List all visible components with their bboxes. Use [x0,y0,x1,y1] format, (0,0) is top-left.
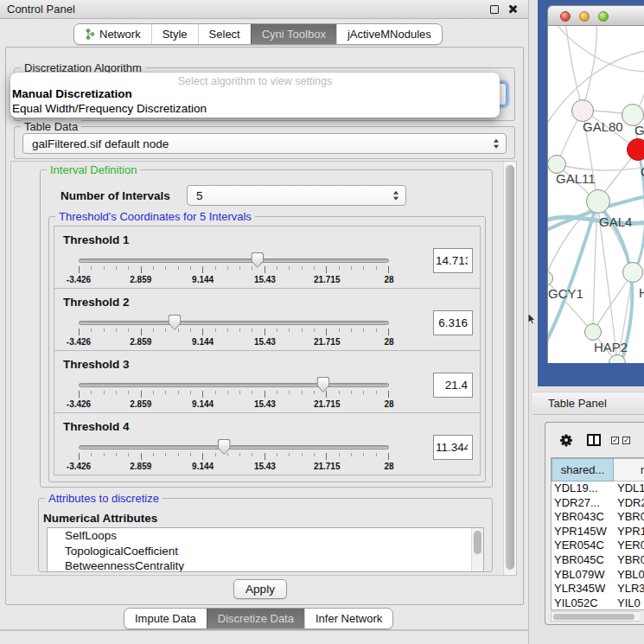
table-row[interactable]: YIL052CYIL0 [552,596,644,610]
checkbox-checked-icon[interactable]: ✓ [622,437,630,444]
tick-label: 9.144 [192,275,214,284]
threshold-slider[interactable]: -3.426 2.859 9.144 15.43 21.715 28 [79,258,388,288]
tab[interactable]: jActiveMNodules [336,24,442,44]
slider-thumb[interactable] [251,252,264,268]
network-node-label: GAL4 [599,214,632,229]
tick-label: -3.426 [67,462,91,471]
threshold-label: Threshold 2 [63,296,130,309]
tick-label: 9.144 [192,399,214,409]
tab-label: Network [99,28,141,41]
close-icon[interactable] [507,4,517,14]
gear-icon[interactable] [559,433,573,447]
threshold-slider[interactable]: -3.426 2.859 9.144 15.43 21.715 28 [79,321,388,350]
cell-name: YBR0 [614,510,644,523]
tick-label: 15.43 [254,399,276,409]
vertical-scrollbar[interactable] [503,162,516,575]
network-node[interactable] [622,262,643,283]
panel-title: Control Panel [7,3,75,16]
network-node[interactable] [627,138,644,161]
tab[interactable]: Style [151,24,198,44]
apply-button[interactable]: Apply [233,579,287,599]
tick-label: 15.43 [254,462,276,471]
threshold-row: Threshold 2 -3.426 2.859 9.144 15.43 21.… [54,288,481,351]
table-row[interactable]: YLR345WYLR3 [552,582,644,596]
tick-label: 28 [384,399,393,409]
app-root: Control Panel Network Style Selec [0,0,644,644]
network-canvas[interactable]: GAL80GACGAL11GAL4HGCY1HAP2 [547,26,644,363]
tab[interactable]: Infer Network [304,609,392,628]
threshold-label: Threshold 1 [63,233,130,246]
numerical-attributes-list[interactable]: SelfLoopsTopologicalCoefficientBetweenne… [47,527,484,572]
slider-ticks [79,328,389,335]
tick-label: 28 [384,462,393,471]
table-row[interactable]: YBR043CYBR0 [552,510,644,525]
column-header-shared-name[interactable]: shared... [552,458,614,481]
table-row[interactable]: YBL079WYBL0 [552,568,644,583]
scrollbar-thumb[interactable] [553,614,634,620]
table-row[interactable]: YDL19...YDL1 [552,481,644,496]
tick-label: 28 [384,337,393,347]
attribute-item[interactable]: TopologicalCoefficient [48,544,483,559]
list-scrollbar-thumb[interactable] [474,531,481,554]
table-panel-titlebar: Table Panel [532,392,644,415]
tab[interactable]: Impute Data [124,609,207,628]
slider-ticks [79,266,389,273]
checkbox-checked-icon[interactable]: ✓ [611,437,619,444]
threshold-slider[interactable]: -3.426 2.859 9.144 15.43 21.715 28 [79,445,388,475]
threshold-value-field[interactable] [433,248,473,273]
tab[interactable]: Discretize Data [207,609,304,628]
list-scrollbar[interactable] [471,528,483,571]
network-node-label: HAP2 [594,340,628,354]
number-of-intervals-label: Number of Intervals [61,189,170,202]
tick-label: 21.715 [314,399,341,409]
slider-thumb[interactable] [168,315,181,330]
slider-track[interactable] [79,445,389,450]
slider-track[interactable] [79,258,389,263]
dropdown-option[interactable]: Equal Width/Frequency Discretization [10,102,500,117]
network-node[interactable] [584,323,602,341]
split-columns-icon[interactable] [587,434,601,446]
table-row[interactable]: YBR045CYBR0 [552,553,644,568]
control-panel-titlebar: Control Panel [0,0,528,19]
attribute-item[interactable]: BetweennessCentrality [48,558,483,572]
slider-track[interactable] [79,321,389,325]
minimize-traffic-light-icon[interactable] [579,11,590,22]
tick-label: 21.715 [314,462,341,471]
slider-tick-labels: -3.426 2.859 9.144 15.43 21.715 28 [79,399,389,410]
zoom-traffic-light-icon[interactable] [598,11,609,22]
slider-track[interactable] [79,383,389,387]
attribute-item[interactable]: SelfLoops [48,528,483,544]
tab-label: Impute Data [135,612,196,625]
cell-name: YER0 [614,539,644,552]
threshold-label: Threshold 3 [63,358,130,371]
close-traffic-light-icon[interactable] [560,11,571,22]
table-row[interactable]: YPR145WYPR1 [552,525,644,539]
tab[interactable]: Select [198,24,251,44]
threshold-row: Threshold 1 -3.426 2.859 9.144 15.43 21.… [54,226,481,289]
tick-label: 2.859 [130,337,151,347]
network-node-label: GAL11 [556,171,596,186]
table-data-combobox[interactable]: galFiltered.sif default node [22,133,507,154]
slider-thumb[interactable] [316,377,329,392]
float-window-icon[interactable] [490,5,499,14]
network-node[interactable] [586,189,610,214]
tab[interactable]: Network [74,24,151,44]
slider-thumb[interactable] [218,439,231,455]
cell-name: YDR2 [614,496,644,509]
threshold-slider[interactable]: -3.426 2.859 9.144 15.43 21.715 28 [79,383,388,412]
slider-tick-labels: -3.426 2.859 9.144 15.43 21.715 28 [79,275,389,285]
tick-label: -3.426 [67,399,91,409]
threshold-value-field[interactable] [433,373,473,398]
number-of-intervals-combobox[interactable]: 5 [187,185,406,206]
network-view-frame: GAL80GACGAL11GAL4HGCY1HAP2 [538,0,644,386]
column-header-name[interactable]: n [614,458,644,481]
scrollbar-thumb[interactable] [506,165,514,570]
threshold-value-field[interactable] [433,310,473,335]
tab[interactable]: Cyni Toolbox [251,24,336,44]
table-row[interactable]: YDR27...YDR2 [552,496,644,511]
threshold-value-field[interactable] [433,435,473,460]
dropdown-option[interactable]: Manual Discretization [10,87,500,102]
network-window-titlebar[interactable] [547,5,644,26]
table-row[interactable]: YER054CYER0 [552,539,644,553]
horizontal-scrollbar[interactable] [551,611,640,622]
